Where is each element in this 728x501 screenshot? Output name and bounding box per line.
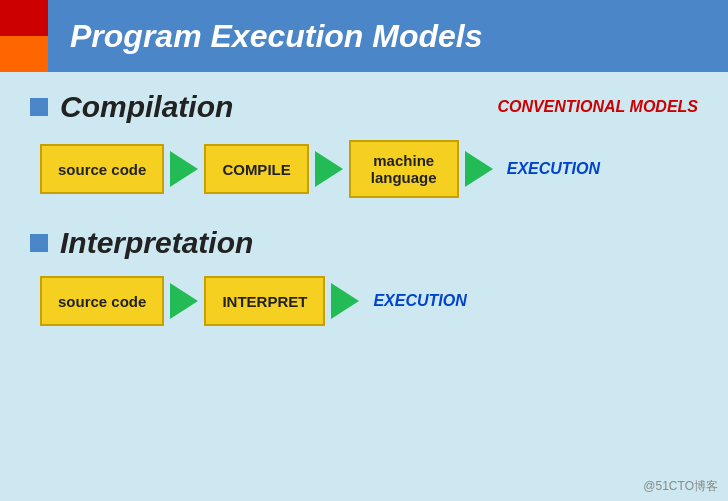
interpretation-section: Interpretation source code INTERPRET EXE… xyxy=(30,226,698,326)
arrow-4 xyxy=(170,283,198,319)
header: Program Execution Models xyxy=(0,0,728,72)
slide: Program Execution Models Compilation CON… xyxy=(0,0,728,501)
execution-label-1: EXECUTION xyxy=(507,160,600,178)
arrow-3 xyxy=(465,151,493,187)
interpretation-flow: source code INTERPRET EXECUTION xyxy=(40,276,698,326)
arrow-1 xyxy=(170,151,198,187)
arrow-2 xyxy=(315,151,343,187)
page-title: Program Execution Models xyxy=(70,18,483,55)
compilation-heading: Compilation xyxy=(60,90,233,124)
accent-red xyxy=(0,0,48,36)
interpretation-heading: Interpretation xyxy=(60,226,253,260)
compilation-heading-row: Compilation CONVENTIONAL MODELS xyxy=(30,90,698,124)
compilation-flow: source code COMPILE machine language EXE… xyxy=(40,140,698,198)
watermark: @51CTO博客 xyxy=(643,478,718,495)
header-accent xyxy=(0,0,48,72)
compile-box: COMPILE xyxy=(204,144,308,194)
execution-label-2: EXECUTION xyxy=(373,292,466,310)
machine-language-box: machine language xyxy=(349,140,459,198)
conventional-label: CONVENTIONAL MODELS xyxy=(497,98,698,116)
compilation-section: Compilation CONVENTIONAL MODELS source c… xyxy=(30,90,698,198)
source-code-box-1: source code xyxy=(40,144,164,194)
bullet-compilation xyxy=(30,98,48,116)
bullet-interpretation xyxy=(30,234,48,252)
interpretation-heading-row: Interpretation xyxy=(30,226,698,260)
source-code-box-2: source code xyxy=(40,276,164,326)
interpret-box: INTERPRET xyxy=(204,276,325,326)
arrow-5 xyxy=(331,283,359,319)
content: Compilation CONVENTIONAL MODELS source c… xyxy=(0,72,728,352)
accent-orange xyxy=(0,36,48,72)
